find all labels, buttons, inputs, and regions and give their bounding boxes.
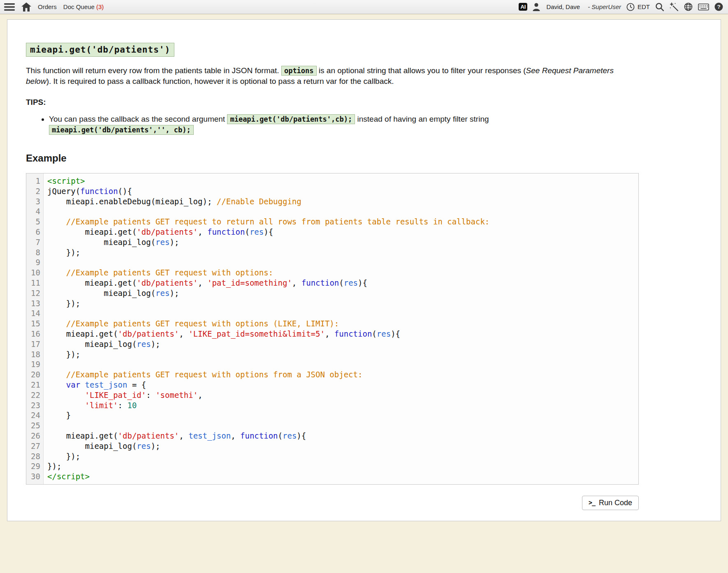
page-title: mieapi.get('db/patients'): [26, 43, 174, 57]
line-number: 15: [26, 319, 43, 329]
user-name[interactable]: David, Dave: [546, 3, 580, 10]
code-line: }: [47, 410, 638, 421]
clock-icon[interactable]: [626, 3, 635, 11]
tips-heading: TIPS:: [26, 98, 639, 107]
inline-code: mieapi.get('db/patients',cb);: [227, 114, 355, 124]
code-line: [47, 206, 638, 217]
code-line: });: [47, 247, 638, 258]
search-icon[interactable]: [655, 2, 664, 12]
code-line: mieapi.get('db/patients', test_json, fun…: [47, 431, 638, 441]
line-number: 14: [26, 308, 43, 319]
run-code-button[interactable]: >_ Run Code: [582, 496, 639, 510]
example-heading: Example: [26, 152, 639, 164]
code-line: mieapi.get('db/patients', 'LIKE_pat_id=s…: [47, 329, 638, 339]
home-icon[interactable]: [21, 2, 31, 12]
line-number: 22: [26, 390, 43, 400]
line-number: 12: [26, 288, 43, 298]
wand-icon[interactable]: [670, 2, 679, 12]
line-number: 23: [26, 400, 43, 411]
text-run: instead of having an empty filter string: [355, 115, 489, 123]
run-code-label: Run Code: [599, 499, 632, 507]
svg-text:?: ?: [717, 4, 720, 10]
code-line: mieapi.get('db/patients', 'pat_id=someth…: [47, 278, 638, 288]
code-lines: <script>jQuery(function(){ mieapi.enable…: [44, 173, 638, 484]
line-number: 26: [26, 431, 43, 441]
code-line: //Example patients GET request with opti…: [47, 268, 638, 278]
timezone-label: EDT: [638, 3, 650, 10]
line-number: 27: [26, 441, 43, 451]
code-line: 'limit': 10: [47, 400, 638, 411]
ai-badge[interactable]: AI: [519, 3, 527, 11]
code-line: var test_json = {: [47, 380, 638, 390]
code-line: <script>: [47, 176, 638, 186]
line-number: 10: [26, 268, 43, 278]
code-line: 'LIKE_pat_id': 'somethi',: [47, 390, 638, 400]
nav-doc-queue[interactable]: Doc Queue (3): [63, 3, 104, 10]
tip-item: You can pass the callback as the second …: [49, 114, 631, 135]
tips-list: You can pass the callback as the second …: [26, 114, 631, 135]
text-run: This function will return every row from…: [26, 66, 281, 75]
inline-code: options: [281, 66, 317, 76]
code-line: [47, 308, 638, 319]
text-run: is an optional string that allows you to…: [317, 66, 526, 75]
line-number: 7: [26, 237, 43, 247]
intro-paragraph: This function will return every row from…: [26, 65, 639, 87]
code-line: //Example patients GET request with opti…: [47, 370, 638, 380]
line-number: 9: [26, 257, 43, 268]
code-line: });: [47, 451, 638, 462]
nav-doc-queue-label: Doc Queue: [63, 3, 95, 10]
line-number: 4: [26, 206, 43, 217]
code-line: mieapi.get('db/patients', function(res){: [47, 227, 638, 237]
line-number: 24: [26, 410, 43, 421]
code-line: jQuery(function(){: [47, 186, 638, 196]
inline-code: mieapi.get('db/patients','', cb);: [49, 125, 194, 135]
line-number: 17: [26, 339, 43, 349]
line-number: 1: [26, 176, 43, 186]
line-number: 5: [26, 217, 43, 227]
keyboard-icon[interactable]: [698, 3, 709, 11]
line-number: 19: [26, 359, 43, 370]
code-line: mieapi_log(res);: [47, 339, 638, 349]
line-number: 13: [26, 298, 43, 309]
globe-icon[interactable]: [684, 2, 693, 11]
line-number: 2: [26, 186, 43, 196]
user-role: - SuperUser: [588, 3, 621, 10]
line-number: 28: [26, 451, 43, 462]
code-line: //Example patients GET request to return…: [47, 217, 638, 227]
line-number: 30: [26, 471, 43, 482]
line-number: 11: [26, 278, 43, 288]
doc-content: mieapi.get('db/patients') This function …: [7, 20, 639, 510]
line-number: 25: [26, 421, 43, 431]
page-background: mieapi.get('db/patients') This function …: [0, 14, 728, 521]
code-line: //Example patients GET request with opti…: [47, 319, 638, 329]
line-number: 21: [26, 380, 43, 390]
line-number: 29: [26, 461, 43, 471]
code-line: });: [47, 461, 638, 471]
text-run: ). It is required to pass a callback fun…: [46, 77, 394, 85]
terminal-icon: >_: [589, 499, 595, 506]
text-run: You can pass the callback as the second …: [49, 115, 227, 123]
line-number: 16: [26, 329, 43, 339]
code-line: </script>: [47, 471, 638, 482]
code-line: mieapi.enableDebug(mieapi_log); //Enable…: [47, 196, 638, 207]
line-number: 6: [26, 227, 43, 237]
code-line: mieapi_log(res);: [47, 441, 638, 451]
code-gutter: 1234567891011121314151617181920212223242…: [26, 173, 44, 484]
code-line: mieapi_log(res);: [47, 237, 638, 247]
line-number: 20: [26, 370, 43, 380]
code-block: 1234567891011121314151617181920212223242…: [26, 173, 639, 485]
code-line: [47, 421, 638, 431]
nav-orders[interactable]: Orders: [38, 3, 57, 10]
user-icon[interactable]: [533, 3, 540, 11]
run-row: >_ Run Code: [26, 496, 639, 510]
top-bar: Orders Doc Queue (3) AI David, Dave - Su…: [0, 0, 728, 14]
line-number: 18: [26, 349, 43, 360]
code-line: });: [47, 298, 638, 309]
doc-card: mieapi.get('db/patients') This function …: [7, 19, 721, 521]
menu-icon[interactable]: [4, 3, 15, 11]
code-line: });: [47, 349, 638, 360]
help-icon[interactable]: ?: [714, 2, 723, 11]
line-number: 8: [26, 247, 43, 258]
code-line: mieapi_log(res);: [47, 288, 638, 298]
code-line: [47, 257, 638, 268]
